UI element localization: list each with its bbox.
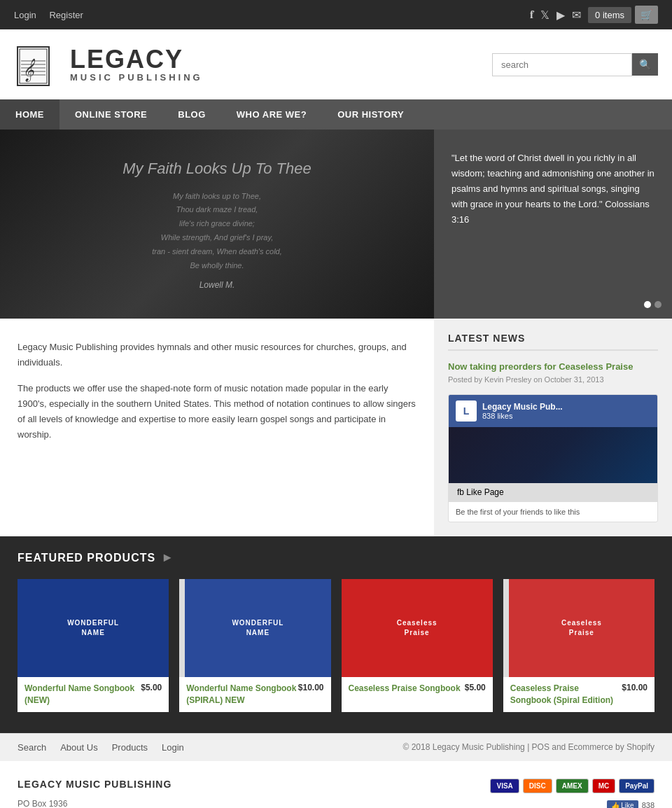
youtube-icon[interactable]: ▶ xyxy=(556,8,565,22)
product-book-title-1: WONDERFUL NAME xyxy=(67,618,119,638)
main-content: Legacy Music Publishing provides hymnals… xyxy=(0,319,434,536)
content-wrapper: Legacy Music Publishing provides hymnals… xyxy=(0,319,672,536)
hero: My Faith Looks Up To Thee My faith looks… xyxy=(0,130,672,319)
product-name-2: Wonderful Name Songbook (SPIRAL) NEW xyxy=(186,683,298,706)
fb-like-footer: 👍 Like 838 xyxy=(490,800,654,808)
fb-header: L Legacy Music Pub... 838 likes xyxy=(449,395,657,427)
book-title-line2-3: Praise xyxy=(397,628,438,638)
nav-who-are-we[interactable]: WHO ARE WE? xyxy=(221,99,322,130)
footer-nav: Search About Us Products Login © 2018 Le… xyxy=(0,733,672,761)
featured-title-text: FEATURED PRODUCTS xyxy=(18,552,155,564)
products-grid: WONDERFUL NAME Wonderful Name Songbook (… xyxy=(18,579,654,712)
register-link[interactable]: Register xyxy=(49,10,83,20)
nav-home[interactable]: HOME xyxy=(0,99,59,130)
book-title-line1-2: WONDERFUL xyxy=(232,618,284,628)
sheet-title: My Faith Looks Up To Thee xyxy=(122,155,311,183)
product-name-4: Ceaseless Praise Songbook (Spiral Editio… xyxy=(510,683,622,706)
sheet-author: Lowell M. xyxy=(122,278,311,293)
product-info-4: Ceaseless Praise Songbook (Spiral Editio… xyxy=(503,677,654,712)
nav-our-history[interactable]: OUR HISTORY xyxy=(322,99,419,130)
visa-icon: VISA xyxy=(490,779,519,793)
slide-dot-1[interactable] xyxy=(644,301,651,308)
product-card-2[interactable]: WONDERFUL NAME Wonderful Name Songbook (… xyxy=(179,579,330,712)
product-card-4[interactable]: Ceaseless Praise Ceaseless Praise Songbo… xyxy=(503,579,654,712)
intro-paragraph-2: The products we offer use the shaped-not… xyxy=(18,381,416,443)
product-image-1: WONDERFUL NAME xyxy=(18,579,169,677)
search-area: 🔍 xyxy=(492,53,658,76)
book-title-line2: NAME xyxy=(67,628,119,638)
header: 𝄞 LEGACY MUSIC PUBLISHING 🔍 xyxy=(0,29,672,99)
facebook-widget: L Legacy Music Pub... 838 likes fb Like … xyxy=(448,394,658,522)
product-cover-1: WONDERFUL NAME xyxy=(18,579,169,677)
product-info-3: Ceaseless Praise Songbook $5.00 xyxy=(342,677,493,700)
book-title-line2-4: Praise xyxy=(561,628,602,638)
book-title-line2-2: NAME xyxy=(232,628,284,638)
fb-likes-count-footer: 838 xyxy=(642,801,654,808)
sheet-line-4: While strength, And grief's I pray, xyxy=(122,231,311,245)
payment-icons: VISA DISC AMEX MC PayPal xyxy=(490,779,654,793)
product-image-4: Ceaseless Praise xyxy=(503,579,654,677)
footer-link-about-us[interactable]: About Us xyxy=(60,742,97,753)
product-book-title-3: Ceaseless Praise xyxy=(397,618,438,638)
discover-icon: DISC xyxy=(523,779,552,793)
featured-title: FEATURED PRODUCTS ► xyxy=(18,550,654,565)
footer-nav-links: Search About Us Products Login xyxy=(18,742,184,753)
nav-blog[interactable]: BLOG xyxy=(162,99,221,130)
product-info-1: Wonderful Name Songbook (NEW) $5.00 xyxy=(18,677,169,712)
twitter-icon[interactable]: 𝕏 xyxy=(540,8,550,22)
product-name-3: Ceaseless Praise Songbook xyxy=(349,683,465,695)
sidebar: LATEST NEWS Now taking preorders for Cea… xyxy=(434,319,672,536)
footer-copyright: © 2018 Legacy Music Publishing | POS and… xyxy=(403,742,654,752)
footer-link-products[interactable]: Products xyxy=(112,742,148,753)
book-title-line1-4: Ceaseless xyxy=(561,618,602,628)
login-link[interactable]: Login xyxy=(14,10,36,20)
product-price-1: $5.00 xyxy=(141,683,162,692)
product-name-1: Wonderful Name Songbook (NEW) xyxy=(24,683,141,706)
sheet-line-5: tran - sient dream, When death's cold, xyxy=(122,245,311,259)
cart-button[interactable]: 🛒 xyxy=(635,6,658,24)
latest-news-title: LATEST NEWS xyxy=(448,333,658,351)
logo-text: LEGACY MUSIC PUBLISHING xyxy=(70,47,203,83)
footer-link-search[interactable]: Search xyxy=(18,742,46,753)
product-image-2: WONDERFUL NAME xyxy=(179,579,330,677)
logo-area[interactable]: 𝄞 LEGACY MUSIC PUBLISHING xyxy=(14,40,203,89)
hero-image: My Faith Looks Up To Thee My faith looks… xyxy=(0,130,434,319)
amex-icon: AMEX xyxy=(556,779,589,793)
nav-online-store[interactable]: ONLINE STORE xyxy=(59,99,162,130)
product-cover-3: Ceaseless Praise xyxy=(342,579,493,677)
sheet-line-1: My faith looks up to Thee, xyxy=(122,190,311,204)
slide-dot-2[interactable] xyxy=(654,301,662,308)
product-price-4: $10.00 xyxy=(622,683,648,692)
product-card-1[interactable]: WONDERFUL NAME Wonderful Name Songbook (… xyxy=(18,579,169,712)
product-book-title-4: Ceaseless Praise xyxy=(561,618,602,638)
top-bar-right: 𝐟 𝕏 ▶ ✉ 0 items 🛒 xyxy=(530,6,658,24)
fb-page-info: Legacy Music Pub... 838 likes xyxy=(482,402,563,420)
search-button[interactable]: 🔍 xyxy=(632,53,658,76)
logo-title: LEGACY xyxy=(70,47,203,72)
product-card-3[interactable]: Ceaseless Praise Ceaseless Praise Songbo… xyxy=(342,579,493,712)
email-icon[interactable]: ✉ xyxy=(572,8,581,22)
product-book-title-2: WONDERFUL NAME xyxy=(232,618,284,638)
svg-text:𝄞: 𝄞 xyxy=(22,58,36,83)
fb-footer-text: Be the first of your friends to like thi… xyxy=(449,501,657,522)
quote-text: "Let the word of Christ dwell in you ric… xyxy=(451,151,654,228)
book-title-line1: WONDERFUL xyxy=(67,618,119,628)
book-title-line1-3: Ceaseless xyxy=(397,618,438,628)
product-price-2: $10.00 xyxy=(298,683,324,692)
cart-count: 0 items xyxy=(588,7,631,23)
product-price-3: $5.00 xyxy=(465,683,486,692)
news-link[interactable]: Now taking preorders for Ceaseless Prais… xyxy=(448,361,658,372)
product-info-2: Wonderful Name Songbook (SPIRAL) NEW $10… xyxy=(179,677,330,712)
product-cover-2: WONDERFUL NAME xyxy=(179,579,330,677)
fb-like-button[interactable]: fb Like Page xyxy=(449,483,657,501)
logo-icon: 𝄞 xyxy=(14,40,63,89)
hero-quote: "Let the word of Christ dwell in you ric… xyxy=(434,130,672,319)
hero-sheet-overlay: My Faith Looks Up To Thee My faith looks… xyxy=(0,130,434,319)
mastercard-icon: MC xyxy=(592,779,616,793)
fb-like-icon[interactable]: 👍 Like xyxy=(607,800,638,808)
search-input[interactable] xyxy=(492,53,632,76)
footer-link-login[interactable]: Login xyxy=(162,742,184,753)
paypal-icon: PayPal xyxy=(619,779,654,793)
facebook-icon[interactable]: 𝐟 xyxy=(530,8,533,21)
featured-section: FEATURED PRODUCTS ► WONDERFUL NAME Wonde… xyxy=(0,536,672,733)
